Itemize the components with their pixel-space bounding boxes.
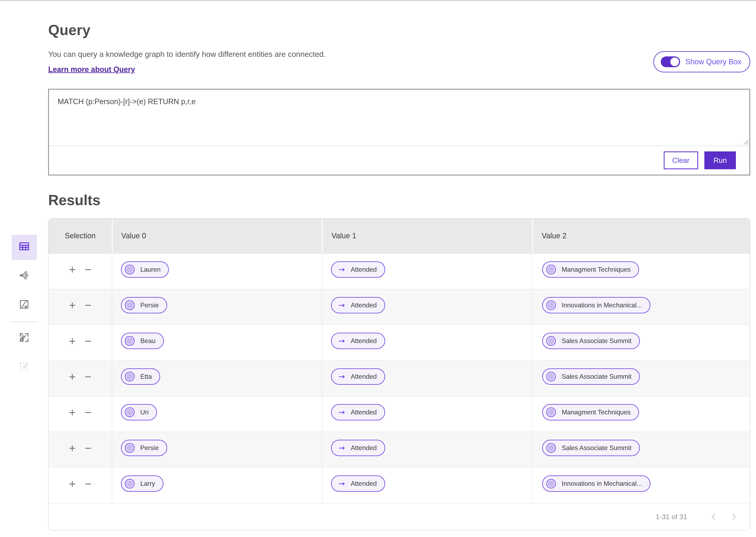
node-icon — [125, 479, 135, 488]
chart-view-icon — [19, 300, 29, 311]
relation-pill[interactable]: → Attended — [331, 297, 385, 313]
entity-pill[interactable]: Innovations in Mechanical... — [542, 475, 650, 492]
entity-pill[interactable]: Sales Associate Summit — [542, 333, 640, 349]
entity-pill[interactable]: Beau — [121, 333, 164, 349]
entity-pill[interactable]: Sales Associate Summit — [542, 368, 640, 385]
learn-more-link[interactable]: Learn more about Query — [48, 65, 135, 74]
node-icon — [546, 479, 556, 488]
node-icon — [125, 265, 135, 274]
value2-cell: Sales Associate Summit — [532, 325, 750, 360]
entity-label: Beau — [140, 337, 163, 345]
value0-cell: Persie — [112, 289, 322, 325]
arrow-right-icon: → — [338, 444, 345, 452]
entity-pill[interactable]: Etta — [121, 368, 160, 385]
value1-cell: → Attended — [322, 325, 532, 360]
remove-row-button[interactable]: − — [84, 405, 92, 420]
node-icon — [546, 300, 556, 310]
entity-label: Sales Associate Summit — [562, 337, 639, 345]
remove-row-button[interactable]: − — [84, 298, 92, 313]
query-page: Query You can query a knowledge graph to… — [0, 0, 756, 537]
sidebar-item-table-view[interactable] — [12, 235, 37, 260]
relation-label: Attended — [351, 444, 384, 452]
remove-row-button[interactable]: − — [84, 262, 92, 277]
entity-pill[interactable]: Sales Associate Summit — [542, 440, 640, 456]
remove-row-button[interactable]: − — [84, 333, 92, 349]
entity-label: Sales Associate Summit — [562, 373, 639, 380]
selection-cell: + − — [49, 254, 112, 289]
query-input[interactable]: MATCH (p:Person)-[r]->(e) RETURN p,r,e — [49, 90, 749, 145]
sidebar-item-chart-view[interactable] — [12, 293, 37, 318]
add-row-button[interactable]: + — [68, 440, 76, 456]
sidebar-item-graph-view[interactable] — [12, 264, 37, 289]
add-row-button[interactable]: + — [68, 476, 76, 491]
chevron-left-icon[interactable] — [709, 512, 718, 521]
add-row-button[interactable]: + — [68, 333, 76, 349]
page-title: Query — [48, 22, 750, 38]
relation-pill[interactable]: → Attended — [331, 261, 385, 278]
node-icon — [125, 336, 135, 346]
add-row-button[interactable]: + — [68, 298, 76, 313]
value2-cell: Innovations in Mechanical... — [532, 289, 750, 325]
query-box: MATCH (p:Person)-[r]->(e) RETURN p,r,e C… — [48, 89, 750, 176]
value1-cell: → Attended — [322, 254, 532, 289]
sidebar-divider — [12, 321, 37, 322]
value1-cell: → Attended — [322, 432, 532, 467]
entity-pill[interactable]: Persie — [121, 297, 167, 313]
add-row-button[interactable]: + — [68, 369, 76, 384]
entity-pill[interactable]: Managment Techniques — [542, 261, 639, 278]
entity-pill[interactable]: Persie — [121, 440, 167, 456]
node-icon — [546, 443, 556, 453]
relation-pill[interactable]: → Attended — [331, 404, 385, 420]
entity-pill[interactable]: Uri — [121, 404, 157, 420]
page-description: You can query a knowledge graph to ident… — [48, 50, 326, 59]
node-icon — [125, 300, 135, 310]
relation-pill[interactable]: → Attended — [331, 475, 385, 492]
relation-label: Attended — [351, 266, 384, 273]
node-icon — [546, 336, 556, 346]
arrow-right-icon: → — [338, 408, 345, 416]
value0-cell: Persie — [112, 432, 322, 467]
view-switcher-sidebar — [12, 235, 37, 380]
pagination-controls — [709, 512, 738, 521]
entity-label: Innovations in Mechanical... — [562, 480, 650, 487]
column-header-value0: Value 0 — [112, 219, 322, 253]
relation-pill[interactable]: → Attended — [331, 333, 385, 349]
pagination-label: 1-31 of 31 — [656, 513, 687, 521]
entity-pill[interactable]: Lauren — [121, 261, 169, 278]
chevron-right-icon[interactable] — [730, 512, 738, 521]
run-button[interactable]: Run — [704, 151, 736, 169]
value2-cell: Innovations in Mechanical... — [532, 468, 750, 503]
relation-label: Attended — [351, 337, 384, 345]
remove-row-button[interactable]: − — [84, 440, 92, 456]
node-icon — [125, 407, 135, 417]
clear-button[interactable]: Clear — [664, 151, 698, 169]
selection-cell: + − — [49, 289, 112, 325]
entity-label: Persie — [140, 302, 166, 309]
node-icon — [546, 372, 556, 381]
selection-cell: + − — [49, 396, 112, 432]
sidebar-item-selection-view — [12, 355, 37, 380]
arrow-right-icon: → — [338, 337, 345, 345]
intro-text: You can query a knowledge graph to ident… — [48, 50, 326, 74]
show-query-box-toggle[interactable]: Show Query Box — [653, 51, 750, 72]
entity-label: Persie — [140, 444, 166, 452]
main-content: Query You can query a knowledge graph to… — [48, 1, 750, 531]
remove-row-button[interactable]: − — [84, 476, 92, 491]
table-row: + − Lauren → Attended Managment Techniqu… — [49, 253, 750, 289]
table-row: + − Etta → Attended Sales Associate Summ… — [49, 360, 750, 396]
remove-row-button[interactable]: − — [84, 369, 92, 384]
value1-cell: → Attended — [322, 289, 532, 325]
arrow-right-icon: → — [338, 301, 345, 309]
entity-pill[interactable]: Innovations in Mechanical... — [542, 297, 650, 313]
add-row-button[interactable]: + — [68, 262, 76, 277]
relation-pill[interactable]: → Attended — [331, 440, 385, 456]
query-input-wrap: MATCH (p:Person)-[r]->(e) RETURN p,r,e — [49, 90, 749, 146]
entity-pill[interactable]: Larry — [121, 475, 163, 492]
node-icon — [125, 372, 135, 381]
entity-label: Managment Techniques — [562, 409, 638, 416]
add-row-button[interactable]: + — [68, 405, 76, 420]
arrow-right-icon: → — [338, 266, 345, 273]
entity-pill[interactable]: Managment Techniques — [542, 404, 639, 420]
sidebar-item-graph-explore[interactable] — [12, 326, 37, 351]
relation-pill[interactable]: → Attended — [331, 368, 385, 385]
